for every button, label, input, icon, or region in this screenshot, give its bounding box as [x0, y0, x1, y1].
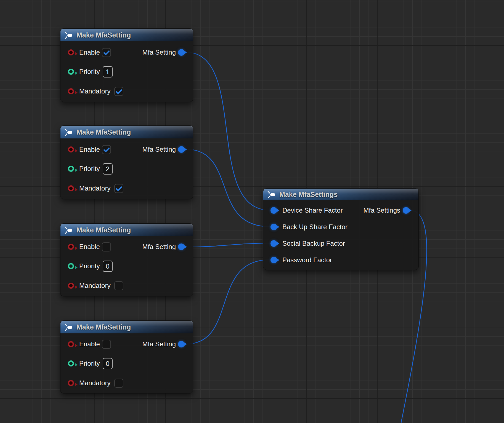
pin-priority-label: Priority	[79, 262, 100, 270]
pin-mandatory[interactable]	[68, 185, 74, 191]
wire-setting2-to-backup-share-factor[interactable]	[185, 149, 270, 227]
pin-mfa-setting-out[interactable]	[178, 146, 185, 153]
pin-priority-label: Priority	[79, 165, 100, 173]
pin-enable-label: Enable	[79, 145, 100, 154]
node-title: Make MfaSetting	[76, 31, 131, 39]
make-struct-icon	[64, 226, 73, 234]
enable-checkbox[interactable]	[102, 340, 111, 349]
pin-mfa-setting-out[interactable]	[178, 243, 185, 250]
node-title: Make MfaSetting	[76, 226, 131, 234]
node-make-mfasettings[interactable]: Make MfaSettings Device Share Factor Bac…	[263, 188, 419, 270]
pin-password-factor-label: Password Factor	[282, 256, 332, 264]
node-make-mfasetting-3[interactable]: Make MfaSetting Enable Mfa Setting Prior…	[60, 223, 193, 296]
pin-mfa-settings-out[interactable]	[403, 207, 409, 214]
pin-mandatory-label: Mandatory	[79, 282, 110, 290]
pin-enable-label: Enable	[79, 340, 100, 348]
priority-input[interactable]: 0	[103, 261, 113, 272]
pin-back-up-share-factor-label: Back Up Share Factor	[282, 223, 348, 231]
pin-mfa-setting-out-label: Mfa Setting	[142, 243, 176, 251]
node-make-mfasetting-4[interactable]: Make MfaSetting Enable Mfa Setting Prior…	[60, 320, 193, 393]
pin-mfa-setting-out-label: Mfa Setting	[142, 340, 176, 348]
pin-enable[interactable]	[68, 341, 74, 347]
pin-enable-label: Enable	[79, 48, 100, 57]
make-struct-icon	[64, 323, 73, 331]
node-title: Make MfaSetting	[76, 323, 131, 331]
pin-enable[interactable]	[68, 49, 74, 55]
pin-password-factor[interactable]	[270, 257, 277, 263]
enable-checkbox[interactable]	[102, 145, 111, 154]
pin-priority-label: Priority	[79, 68, 100, 76]
mandatory-checkbox[interactable]	[114, 281, 123, 290]
wire-setting1-to-device-share-factor[interactable]	[185, 52, 270, 210]
enable-checkbox[interactable]	[102, 48, 111, 57]
pin-priority[interactable]	[68, 360, 74, 366]
priority-input[interactable]: 1	[103, 66, 113, 77]
node-make-mfasetting-1[interactable]: Make MfaSetting Enable Mfa Setting Prior…	[60, 28, 193, 102]
enable-checkbox[interactable]	[102, 242, 111, 251]
pin-mfa-setting-out[interactable]	[178, 341, 185, 347]
node-title: Make MfaSetting	[76, 128, 131, 136]
mandatory-checkbox[interactable]	[114, 87, 123, 96]
pin-priority-label: Priority	[79, 359, 100, 368]
pin-enable[interactable]	[68, 146, 74, 152]
node-title: Make MfaSettings	[279, 191, 338, 199]
pin-social-backup-factor[interactable]	[270, 240, 277, 247]
mandatory-checkbox[interactable]	[114, 379, 123, 388]
node-header[interactable]: Make MfaSetting	[60, 29, 193, 41]
pin-mandatory[interactable]	[68, 380, 74, 386]
pin-mfa-setting-out-label: Mfa Setting	[142, 145, 176, 154]
pin-mandatory[interactable]	[68, 283, 74, 289]
pin-mandatory-label: Mandatory	[79, 87, 110, 95]
blueprint-graph-canvas[interactable]: { "colors":{ "background":"#2a2a2a", "wi…	[0, 0, 504, 423]
make-struct-icon	[64, 31, 73, 39]
pin-mfa-setting-out[interactable]	[178, 49, 185, 56]
mandatory-checkbox[interactable]	[114, 184, 123, 193]
make-struct-icon	[64, 128, 73, 136]
node-header[interactable]: Make MfaSetting	[60, 321, 193, 333]
pin-back-up-share-factor[interactable]	[270, 224, 277, 230]
node-make-mfasetting-2[interactable]: Make MfaSetting Enable Mfa Setting Prior…	[60, 125, 193, 199]
pin-mandatory-label: Mandatory	[79, 184, 110, 192]
node-header[interactable]: Make MfaSettings	[263, 189, 418, 200]
priority-input[interactable]: 0	[103, 358, 113, 369]
priority-input[interactable]: 2	[103, 163, 113, 175]
pin-mandatory-label: Mandatory	[79, 379, 110, 387]
pin-device-share-factor-label: Device Share Factor	[282, 206, 343, 215]
wire-setting4-to-password-factor[interactable]	[185, 260, 270, 344]
node-header[interactable]: Make MfaSetting	[60, 126, 193, 138]
pin-priority[interactable]	[68, 263, 74, 269]
pin-priority[interactable]	[68, 69, 74, 75]
make-struct-icon	[267, 191, 276, 199]
node-header[interactable]: Make MfaSetting	[60, 224, 193, 236]
pin-mandatory[interactable]	[68, 88, 74, 94]
pin-priority[interactable]	[68, 166, 74, 172]
wire-setting3-to-social-backup-factor[interactable]	[185, 243, 270, 247]
pin-mfa-setting-out-label: Mfa Setting	[142, 48, 176, 57]
pin-enable-label: Enable	[79, 243, 100, 251]
pin-mfa-settings-out-label: Mfa Settings	[364, 206, 400, 215]
pin-device-share-factor[interactable]	[270, 207, 277, 214]
pin-social-backup-factor-label: Social Backup Factor	[282, 239, 345, 248]
pin-enable[interactable]	[68, 244, 74, 250]
